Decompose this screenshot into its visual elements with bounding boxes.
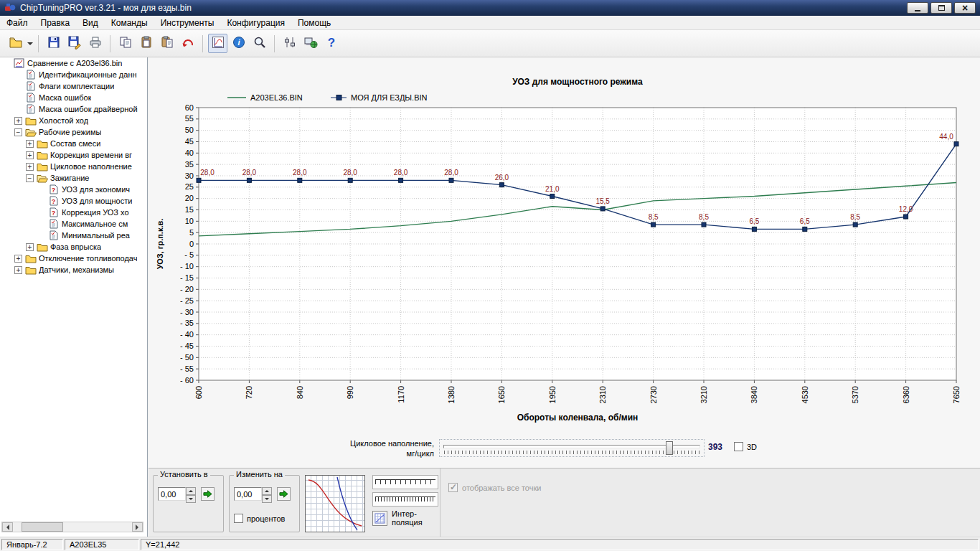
set-value-input[interactable] [158, 487, 186, 501]
menu-item[interactable]: Помощь [291, 17, 337, 29]
tree-item[interactable]: Идентификационные данн [0, 69, 147, 80]
tree-item[interactable]: +Отключение топливоподач [0, 253, 147, 264]
ignition-advance-chart[interactable]: - 60- 55- 50- 45- 40- 35- 30- 25- 20- 15… [153, 75, 978, 433]
tree-item-label: Состав смеси [50, 139, 100, 148]
maximize-button[interactable] [930, 2, 952, 14]
set-apply-button[interactable] [201, 487, 215, 501]
3d-checkbox[interactable] [734, 442, 743, 451]
window-title: ChipTuningPRO ver.3.21 - моя для езды.bi… [20, 3, 192, 13]
percent-checkbox[interactable] [234, 514, 243, 523]
scroll-left-button[interactable] [2, 522, 13, 532]
print-button[interactable] [85, 34, 105, 53]
tree-expander[interactable]: − [14, 128, 22, 136]
svg-text:- 25: - 25 [180, 296, 194, 305]
tree-expander[interactable]: + [14, 266, 22, 274]
tuner-button[interactable] [280, 34, 299, 53]
folder-open-icon [24, 128, 37, 137]
tree-item[interactable]: +Фаза впрыска [0, 241, 147, 253]
tree-item[interactable]: Минимальный реа [0, 230, 147, 241]
tree-item[interactable]: Маска ошибок драйверной [0, 103, 147, 115]
tree-item[interactable]: ?Коррекция УОЗ хо [0, 207, 147, 218]
tree-expander[interactable]: + [26, 140, 34, 148]
chart-view-button[interactable] [208, 34, 227, 53]
info-button[interactable]: i [229, 34, 248, 53]
tree-item[interactable]: Сравнение с A203el36.bin [0, 57, 147, 69]
device-button[interactable] [301, 34, 320, 53]
tree-item[interactable]: −Рабочие режимы [0, 126, 147, 138]
tree-expander[interactable]: + [26, 243, 34, 251]
save-button[interactable] [44, 34, 63, 53]
change-value-input[interactable] [234, 487, 262, 501]
save-as-button[interactable] [65, 34, 84, 53]
spin-up-icon[interactable] [262, 487, 272, 495]
close-button[interactable] [954, 2, 976, 14]
svg-text:2730: 2730 [649, 386, 658, 403]
cycle-fill-slider[interactable] [439, 439, 705, 457]
slider-thumb[interactable] [666, 441, 673, 455]
tree-expander[interactable]: + [14, 117, 22, 125]
menu-item[interactable]: Файл [0, 17, 34, 29]
tree-item-label: Фаза впрыска [50, 242, 101, 251]
tree-expander[interactable]: + [14, 255, 22, 263]
zoom-button[interactable] [250, 34, 269, 53]
set-group-caption: Установить в [158, 470, 210, 479]
undo-button[interactable] [178, 34, 197, 53]
interpolation-pattern-dense[interactable] [372, 492, 438, 507]
set-value-group: Установить в [153, 475, 224, 532]
change-apply-button[interactable] [277, 487, 291, 501]
tree-item[interactable]: +Датчики, механизмы [0, 264, 147, 276]
tree-item[interactable]: Маска ошибок [0, 92, 147, 103]
change-group-caption: Изменить на [234, 470, 285, 479]
set-value-spinner[interactable] [186, 487, 196, 501]
menu-item[interactable]: Правка [34, 17, 77, 29]
paste-button[interactable] [136, 34, 156, 53]
navigation-tree-panel: Сравнение с A203el36.binИдентификационны… [0, 57, 148, 537]
tree-item[interactable]: ?УОЗ для экономич [0, 184, 147, 195]
svg-text:0: 0 [189, 240, 194, 248]
tree-item[interactable]: ?УОЗ для мощности [0, 195, 147, 207]
paste-page-button[interactable] [157, 34, 176, 53]
copy-button[interactable] [116, 34, 135, 53]
scroll-right-button[interactable] [132, 522, 143, 532]
doc-flag-icon [24, 81, 37, 91]
compare-chart-icon [13, 58, 25, 68]
spin-down-icon[interactable] [186, 495, 196, 503]
svg-text:?: ? [52, 187, 56, 194]
menu-item[interactable]: Конфигурация [220, 17, 291, 29]
tree-item-label: Маска ошибок драйверной [39, 105, 138, 113]
tree-item[interactable]: Максимальное см [0, 218, 147, 230]
undo-arrow-icon [181, 35, 195, 52]
minimize-button[interactable] [907, 2, 928, 14]
menu-item[interactable]: Вид [76, 17, 105, 29]
spin-up-icon[interactable] [186, 487, 196, 495]
change-value-spinner[interactable] [262, 487, 272, 501]
spin-down-icon[interactable] [262, 495, 272, 503]
open-button[interactable] [6, 34, 25, 53]
tree-item[interactable]: +Цикловое наполнение [0, 161, 147, 172]
svg-text:26,0: 26,0 [495, 174, 509, 182]
svg-text:44,0: 44,0 [939, 133, 953, 141]
tree-expander[interactable]: + [26, 163, 34, 171]
interpolation-button[interactable] [372, 511, 387, 526]
menu-item[interactable]: Команды [105, 17, 154, 29]
slider-ticks [444, 451, 699, 454]
tree-item[interactable]: +Коррекция времени вг [0, 149, 147, 161]
help-button[interactable]: ? [321, 34, 341, 53]
tree-item[interactable]: Флаги комплектации [0, 80, 147, 92]
tree-expander[interactable]: − [26, 174, 34, 182]
percent-checkbox-label: процентов [247, 514, 285, 523]
tree-item[interactable]: +Холостой ход [0, 115, 147, 126]
open-dropdown-caret[interactable] [26, 34, 34, 53]
tree-item-label: Идентификационные данн [39, 70, 137, 79]
svg-text:- 55: - 55 [180, 364, 194, 373]
interpolation-pattern-sparse[interactable] [372, 475, 438, 489]
tree-item[interactable]: −Зажигание [0, 172, 147, 184]
app-window: ChipTuningPRO ver.3.21 - моя для езды.bi… [0, 0, 980, 551]
toolbar-separator [274, 35, 275, 52]
scroll-thumb[interactable] [22, 522, 63, 532]
svg-text:8,5: 8,5 [649, 213, 659, 221]
tree-expander[interactable]: + [26, 151, 34, 159]
tree-item[interactable]: +Состав смеси [0, 138, 147, 149]
tree-horizontal-scrollbar[interactable] [1, 522, 143, 532]
menu-item[interactable]: Инструменты [154, 17, 221, 29]
